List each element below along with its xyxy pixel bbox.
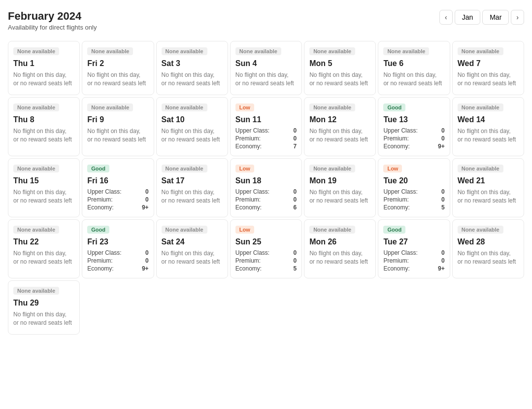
upper-class-row: Upper Class: 0 <box>383 249 444 256</box>
upper-class-value: 0 <box>293 249 297 256</box>
upper-class-label: Upper Class: <box>383 188 417 195</box>
day-cell[interactable]: LowSun 11 Upper Class: 0 Premium: 0 Econ… <box>230 97 302 156</box>
day-label: Tue 27 <box>383 238 444 246</box>
premium-row: Premium: 0 <box>383 196 444 203</box>
day-cell[interactable]: None availableMon 19No flight on this da… <box>304 158 376 217</box>
calendar-grid: None availableThu 1No flight on this day… <box>8 41 524 335</box>
premium-label: Premium: <box>235 196 261 203</box>
day-cell[interactable]: None availableSat 24No flight on this da… <box>156 219 228 278</box>
no-flight-text: No flight on this day,or no reward seats… <box>162 127 223 144</box>
day-cell[interactable]: None availableMon 5No flight on this day… <box>304 41 376 95</box>
availability-badge: Low <box>235 103 254 111</box>
availability-badge: None available <box>383 47 429 55</box>
day-label: Fri 9 <box>87 115 148 124</box>
prev-month-button[interactable]: ‹ <box>439 10 453 25</box>
availability-badge: None available <box>458 103 503 111</box>
day-cell[interactable]: None availableSat 3No flight on this day… <box>156 41 228 95</box>
availability-badge: Good <box>383 226 405 234</box>
availability-badge: None available <box>458 47 503 55</box>
upper-class-row: Upper Class: 0 <box>383 188 444 195</box>
availability-badge: None available <box>458 226 503 234</box>
header-left: February 2024 Availability for direct fl… <box>8 10 97 31</box>
mar-button[interactable]: Mar <box>482 10 509 25</box>
day-cell[interactable]: None availableFri 9No flight on this day… <box>82 97 154 156</box>
day-cell[interactable]: LowSun 18 Upper Class: 0 Premium: 0 Econ… <box>230 158 302 217</box>
upper-class-value: 0 <box>441 127 445 134</box>
availability-badge: None available <box>162 47 207 55</box>
day-label: Sun 18 <box>235 176 297 185</box>
premium-row: Premium: 0 <box>235 196 297 203</box>
day-cell[interactable]: None availableThu 29No flight on this da… <box>8 280 80 335</box>
upper-class-row: Upper Class: 0 <box>87 188 148 195</box>
no-flight-text: No flight on this day,or no reward seats… <box>162 71 223 88</box>
economy-row: Economy: 5 <box>235 265 297 272</box>
availability-badge: Good <box>87 165 109 172</box>
economy-value: 9+ <box>438 143 445 150</box>
day-cell[interactable]: None availableFri 2No flight on this day… <box>82 41 154 95</box>
economy-row: Economy: 5 <box>383 204 444 211</box>
premium-row: Premium: 0 <box>87 196 148 203</box>
day-label: Sun 4 <box>235 59 297 68</box>
economy-row: Economy: 9+ <box>87 204 148 211</box>
day-cell[interactable]: None availableWed 28No flight on this da… <box>452 219 524 278</box>
upper-class-label: Upper Class: <box>87 188 121 195</box>
day-cell[interactable]: None availableThu 22No flight on this da… <box>8 219 80 278</box>
day-cell[interactable]: None availableSat 17No flight on this da… <box>156 158 228 217</box>
upper-class-label: Upper Class: <box>383 249 417 256</box>
premium-value: 0 <box>145 257 149 264</box>
day-cell[interactable]: None availableWed 7No flight on this day… <box>452 41 524 95</box>
day-cell[interactable]: GoodFri 16 Upper Class: 0 Premium: 0 Eco… <box>82 158 154 217</box>
day-cell[interactable]: None availableMon 12No flight on this da… <box>304 97 376 156</box>
premium-value: 0 <box>293 257 297 264</box>
economy-value: 9+ <box>142 265 149 272</box>
day-cell[interactable]: GoodTue 13 Upper Class: 0 Premium: 0 Eco… <box>378 97 450 156</box>
premium-value: 0 <box>293 196 297 203</box>
day-cell[interactable]: GoodTue 27 Upper Class: 0 Premium: 0 Eco… <box>378 219 450 278</box>
availability-badge: None available <box>87 47 133 55</box>
day-cell[interactable]: None availableTue 6No flight on this day… <box>378 41 450 95</box>
day-cell[interactable]: LowSun 25 Upper Class: 0 Premium: 0 Econ… <box>230 219 302 278</box>
premium-value: 0 <box>145 196 149 203</box>
no-flight-text: No flight on this day,or no reward seats… <box>162 249 223 266</box>
day-cell[interactable]: None availableMon 26No flight on this da… <box>304 219 376 278</box>
no-flight-text: No flight on this day,or no reward seats… <box>309 249 370 266</box>
day-cell[interactable]: GoodFri 23 Upper Class: 0 Premium: 0 Eco… <box>82 219 154 278</box>
no-flight-text: No flight on this day,or no reward seats… <box>13 249 74 266</box>
premium-value: 0 <box>441 257 445 264</box>
day-cell[interactable]: None availableSun 4No flight on this day… <box>230 41 302 95</box>
economy-value: 5 <box>441 204 445 211</box>
premium-row: Premium: 0 <box>383 135 444 142</box>
upper-class-row: Upper Class: 0 <box>235 249 297 256</box>
day-label: Sat 3 <box>162 59 223 68</box>
day-cell[interactable]: None availableThu 8No flight on this day… <box>8 97 80 156</box>
day-cell[interactable]: None availableWed 21No flight on this da… <box>452 158 524 217</box>
day-cell[interactable]: None availableSat 10No flight on this da… <box>156 97 228 156</box>
day-label: Mon 19 <box>309 176 370 185</box>
availability-badge: Low <box>235 165 254 172</box>
day-label: Wed 7 <box>458 59 519 68</box>
day-cell[interactable]: LowTue 20 Upper Class: 0 Premium: 0 Econ… <box>378 158 450 217</box>
next-month-button[interactable]: › <box>511 10 524 25</box>
premium-value: 0 <box>441 196 445 203</box>
day-label: Fri 23 <box>87 238 148 246</box>
no-flight-text: No flight on this day,or no reward seats… <box>309 71 370 88</box>
availability-badge: None available <box>162 226 207 234</box>
premium-row: Premium: 0 <box>235 135 297 142</box>
premium-value: 0 <box>293 135 297 142</box>
no-flight-text: No flight on this day,or no reward seats… <box>383 71 444 88</box>
upper-class-label: Upper Class: <box>235 188 269 195</box>
premium-value: 0 <box>441 135 445 142</box>
availability-badge: None available <box>13 287 59 295</box>
day-label: Thu 1 <box>13 59 74 68</box>
economy-row: Economy: 9+ <box>383 143 444 150</box>
upper-class-label: Upper Class: <box>235 249 269 256</box>
availability-badge: None available <box>87 103 133 111</box>
day-cell[interactable]: None availableWed 14No flight on this da… <box>452 97 524 156</box>
no-flight-text: No flight on this day,or no reward seats… <box>235 71 297 88</box>
upper-class-label: Upper Class: <box>87 249 121 256</box>
jan-button[interactable]: Jan <box>455 10 481 25</box>
day-label: Tue 6 <box>383 59 444 68</box>
day-cell[interactable]: None availableThu 15No flight on this da… <box>8 158 80 217</box>
day-cell[interactable]: None availableThu 1No flight on this day… <box>8 41 80 95</box>
economy-label: Economy: <box>383 143 409 150</box>
